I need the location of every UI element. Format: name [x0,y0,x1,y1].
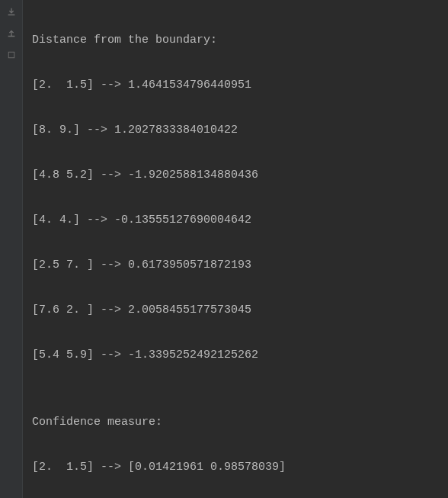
output-line: [5.4 5.9] --> -1.3395252492125262 [32,344,448,367]
output-line: [7.6 2. ] --> 2.0058455177573045 [32,299,448,322]
svg-rect-0 [8,52,14,58]
output-line: Distance from the boundary: [32,29,448,52]
output-line: [8. 9.] --> 1.2027833384010422 [32,119,448,142]
editor-gutter [0,0,23,498]
output-line: [2. 1.5] --> 1.4641534796440951 [32,74,448,97]
console-output[interactable]: Distance from the boundary: [2. 1.5] -->… [23,0,448,498]
output-line: [4.8 5.2] --> -1.9202588134880436 [32,164,448,187]
output-line: [4. 4.] --> -0.13555127690004642 [32,209,448,232]
settings-icon[interactable] [5,49,18,61]
output-line: [2. 1.5] --> [0.01421961 0.98578039] [32,456,448,479]
upload-icon[interactable] [5,27,18,40]
download-icon[interactable] [5,6,18,18]
output-line: Confidence measure: [32,411,448,434]
output-line: [2.5 7. ] --> 0.6173950571872193 [32,254,448,277]
